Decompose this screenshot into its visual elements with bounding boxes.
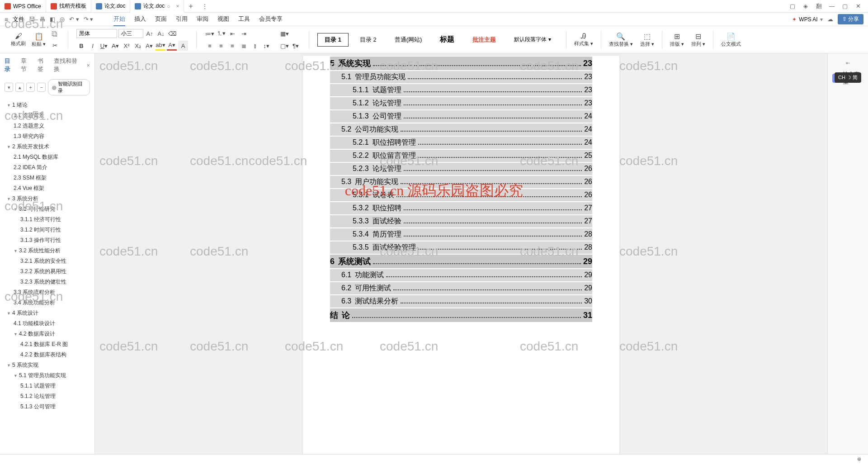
font-select[interactable] bbox=[76, 29, 117, 38]
ribbon-tab-page[interactable]: 页面 bbox=[155, 13, 167, 26]
cut-icon[interactable]: ✂ bbox=[50, 40, 60, 50]
bullet-list-icon[interactable]: ≔▾ bbox=[205, 28, 215, 38]
outline-item[interactable]: ▼2 系统开发技术 bbox=[0, 142, 94, 152]
clear-format-icon[interactable]: ⌫ bbox=[167, 28, 177, 38]
ribbon-tab-review[interactable]: 审阅 bbox=[197, 13, 208, 26]
sidebar-tab-bookmark[interactable]: 书签 bbox=[38, 57, 48, 73]
toc-entry[interactable]: 5.3用户功能实现26 bbox=[330, 176, 592, 188]
chevron-down-icon[interactable]: ▼ bbox=[14, 207, 18, 212]
outline-item[interactable]: 3.1.1 经济可行性 bbox=[0, 214, 94, 225]
ribbon-tab-reference[interactable]: 引用 bbox=[176, 13, 188, 26]
maximize-button[interactable]: ▢ bbox=[842, 3, 848, 9]
outline-item[interactable]: ▼4 系统设计 bbox=[0, 308, 94, 318]
toc-entry[interactable]: 5.2公司功能实现24 bbox=[330, 123, 592, 136]
preview-icon[interactable]: ◎ bbox=[60, 16, 65, 23]
outline-item[interactable]: ▼3.2 系统性能分析 bbox=[0, 246, 94, 256]
add-icon[interactable]: + bbox=[26, 83, 35, 92]
toc-entry[interactable]: 6系统测试29 bbox=[330, 255, 592, 268]
toc-entry[interactable]: 5.1管理员功能实现23 bbox=[330, 71, 592, 83]
superscript-button[interactable]: X² bbox=[122, 41, 132, 51]
cloud-icon[interactable]: ☁ bbox=[827, 16, 833, 23]
align-justify-icon[interactable]: ≣ bbox=[239, 41, 249, 51]
outline-item[interactable]: ▼4.2 数据库设计 bbox=[0, 329, 94, 339]
hamburger-icon[interactable]: ≡ bbox=[5, 16, 8, 23]
tab-doc1[interactable]: 论文.doc bbox=[91, 0, 131, 13]
line-spacing-icon[interactable]: ↕▾ bbox=[261, 41, 271, 51]
print-icon[interactable]: 🖶 bbox=[39, 16, 45, 23]
outline-item[interactable]: 4.1 功能模块设计 bbox=[0, 318, 94, 329]
subscript-button[interactable]: X₂ bbox=[133, 41, 143, 51]
toc-entry[interactable]: 6.1功能测试29 bbox=[330, 269, 592, 281]
toc-entry[interactable]: 5.2.2职位留言管理25 bbox=[330, 150, 592, 162]
style-heading[interactable]: 标题 bbox=[433, 33, 461, 47]
strikethrough-button[interactable]: A̶▾ bbox=[110, 41, 120, 51]
collapse-icon[interactable]: ▾ bbox=[5, 83, 13, 92]
layout-v-button[interactable]: ⊞排版 ▾ bbox=[668, 31, 686, 48]
outline-item[interactable]: ▼3 系统分析 bbox=[0, 194, 94, 204]
remove-icon[interactable]: − bbox=[37, 83, 46, 92]
outline-item[interactable]: 5.1.1 试题管理 bbox=[0, 381, 94, 391]
ribbon-tab-vip[interactable]: 会员专享 bbox=[259, 13, 283, 26]
outline-item[interactable]: 2.4 Vue 框架 bbox=[0, 183, 94, 194]
chevron-down-icon[interactable]: ▼ bbox=[7, 145, 11, 149]
outline-item[interactable]: 3.1.3 操作可行性 bbox=[0, 235, 94, 246]
toc-entry[interactable]: 5.3.5面试经验管理28 bbox=[330, 241, 592, 254]
bold-button[interactable]: B bbox=[76, 41, 86, 51]
align-right-icon[interactable]: ≡ bbox=[227, 41, 237, 51]
outline-item[interactable]: ▼5.1 管理员功能实现 bbox=[0, 370, 94, 381]
wps-ai-button[interactable]: ✦WPS AI▾ bbox=[792, 16, 822, 23]
toc-entry[interactable]: 5.1.3公司管理24 bbox=[330, 110, 592, 123]
chevron-down-icon[interactable]: ▼ bbox=[7, 103, 11, 108]
outline-item[interactable]: 4.2.2 数据库表结构 bbox=[0, 350, 94, 360]
underline-button[interactable]: U▾ bbox=[99, 41, 109, 51]
paste-button[interactable]: 📋粘贴 ▾ bbox=[30, 31, 47, 48]
save-icon[interactable]: 🖫 bbox=[29, 16, 35, 23]
outline-item[interactable]: 3.4 系统功能分析 bbox=[0, 298, 94, 308]
chevron-down-icon[interactable]: ▼ bbox=[7, 197, 11, 201]
outline-item[interactable]: 3.2.1 系统的安全性 bbox=[0, 256, 94, 266]
smart-toc-button[interactable]: ◎智能识别目录 bbox=[48, 79, 90, 95]
toc-entry[interactable]: 5.1.1试题管理23 bbox=[330, 84, 592, 96]
size-select[interactable] bbox=[118, 29, 143, 38]
toc-entry[interactable]: 5.2.3论坛管理26 bbox=[330, 163, 592, 175]
toc-entry[interactable]: 6.3测试结果分析30 bbox=[330, 295, 592, 308]
outline-item[interactable]: 5.1.2 论坛管理 bbox=[0, 391, 94, 402]
chevron-down-icon[interactable]: ▼ bbox=[14, 374, 18, 378]
window-cube-icon[interactable]: ◈ bbox=[802, 3, 809, 9]
toc-entry[interactable]: 5.3.2职位招聘27 bbox=[330, 202, 592, 214]
sidebar-tab-chapter[interactable]: 章节 bbox=[21, 57, 32, 73]
tab-doc2-active[interactable]: 论文.doc○× bbox=[130, 0, 184, 13]
outline-item[interactable]: 3.2.3 系统的健壮性 bbox=[0, 277, 94, 287]
gov-mode-button[interactable]: 📄公文模式 bbox=[719, 31, 743, 48]
outline-item[interactable]: ▼1 绪论 bbox=[0, 100, 94, 110]
font-color-button[interactable]: A▾ bbox=[167, 41, 177, 51]
toc-entry[interactable]: 5.3.1试卷表26 bbox=[330, 189, 592, 201]
outdent-icon[interactable]: ⇤ bbox=[227, 28, 237, 38]
outline-item[interactable]: ▼3.1 可行性研究 bbox=[0, 204, 94, 214]
outline-item[interactable]: 2.3 SSM 框架 bbox=[0, 173, 94, 183]
toc-entry[interactable]: 5.3.4简历管理28 bbox=[330, 228, 592, 241]
chevron-down-icon[interactable]: ▼ bbox=[14, 249, 18, 253]
ribbon-tab-start[interactable]: 开始 bbox=[113, 13, 125, 26]
highlight-button[interactable]: ab▾ bbox=[156, 41, 165, 51]
toc-entry[interactable]: 5.1.2论坛管理23 bbox=[330, 97, 592, 109]
window-app-icon[interactable]: ▢ bbox=[789, 3, 796, 9]
sidebar-tab-toc[interactable]: 目录 bbox=[5, 57, 15, 73]
chevron-down-icon[interactable]: ▼ bbox=[7, 363, 11, 368]
sidebar-tab-find[interactable]: 查找和替换 bbox=[54, 57, 81, 73]
rail-toggle-icon[interactable]: ⇤ bbox=[830, 58, 866, 68]
align-center-icon[interactable]: ≡ bbox=[216, 41, 226, 51]
outline-item[interactable]: 3.1.2 时间可行性 bbox=[0, 225, 94, 235]
select-button[interactable]: ⬚选择 ▾ bbox=[638, 31, 656, 48]
italic-button[interactable]: I bbox=[88, 41, 98, 51]
style-comment[interactable]: 批注主题 bbox=[466, 33, 503, 46]
outline-item[interactable]: 3.3 系统流程分析 bbox=[0, 287, 94, 298]
share-button[interactable]: ⇧ 分享 bbox=[838, 14, 863, 24]
outline-item[interactable]: 4.2.1 数据库 E-R 图 bbox=[0, 339, 94, 350]
tab-template[interactable]: 找稻壳模板 bbox=[46, 0, 91, 13]
ribbon-tab-tools[interactable]: 工具 bbox=[238, 13, 250, 26]
close-button[interactable]: ✕ bbox=[855, 3, 861, 9]
style-toc2[interactable]: 目录 2 bbox=[353, 33, 383, 46]
style-set-button[interactable]: Ꭿ样式集 ▾ bbox=[572, 31, 595, 48]
char-shading-button[interactable]: A bbox=[178, 41, 188, 51]
